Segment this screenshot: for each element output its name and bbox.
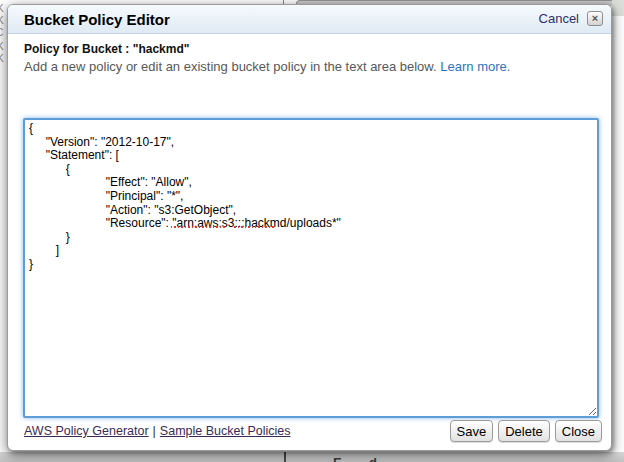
background-text-fragment: K <box>0 4 5 14</box>
dialog-footer: AWS Policy Generator|Sample Bucket Polic… <box>24 419 602 443</box>
background-strip-bottom <box>0 452 624 462</box>
background-text-fragment: E <box>333 455 342 462</box>
bucket-policy-editor-dialog: Bucket Policy Editor Cancel × Policy for… <box>7 4 612 451</box>
cancel-link[interactable]: Cancel <box>539 11 579 26</box>
policy-text-area[interactable] <box>23 118 599 418</box>
background-text-fragment: K <box>0 42 5 52</box>
footer-buttons: Save Delete Close <box>450 420 602 442</box>
policy-bucket-heading: Policy for Bucket : "hackmd" <box>24 42 189 56</box>
close-icon: × <box>592 12 598 24</box>
footer-links: AWS Policy Generator|Sample Bucket Polic… <box>24 424 290 438</box>
save-button[interactable]: Save <box>450 420 494 442</box>
link-separator: | <box>153 424 156 438</box>
dialog-close-button[interactable]: × <box>587 11 603 26</box>
learn-more-link[interactable]: Learn more. <box>440 59 510 74</box>
description-text: Add a new policy or edit an existing buc… <box>24 59 437 74</box>
background-corner-patch <box>612 0 624 16</box>
dialog-header-actions: Cancel × <box>539 11 603 26</box>
delete-button[interactable]: Delete <box>498 420 550 442</box>
background-text-fragment: d <box>369 455 377 462</box>
close-button[interactable]: Close <box>555 420 602 442</box>
sample-bucket-policies-link[interactable]: Sample Bucket Policies <box>160 424 291 438</box>
dialog-description: Add a new policy or edit an existing buc… <box>24 59 510 74</box>
background-text-fragment: K <box>0 16 5 26</box>
dialog-title: Bucket Policy Editor <box>24 11 170 28</box>
dialog-header: Bucket Policy Editor Cancel × <box>8 5 611 34</box>
aws-policy-generator-link[interactable]: AWS Policy Generator <box>24 424 149 438</box>
background-divider-line-bottom <box>284 452 286 462</box>
background-text-fragment: CE <box>0 28 4 38</box>
background-text-fragment: K <box>0 54 5 64</box>
